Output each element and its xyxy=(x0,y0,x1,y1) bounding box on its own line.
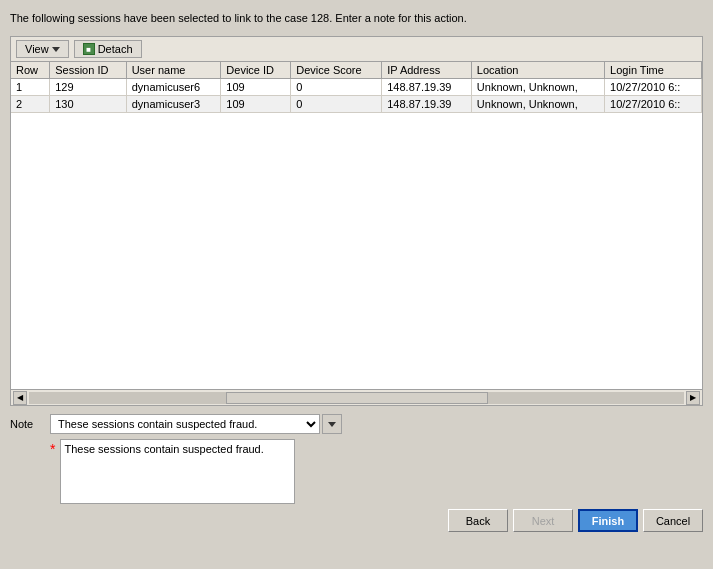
table-cell: 148.87.19.39 xyxy=(382,79,472,96)
finish-button[interactable]: Finish xyxy=(578,509,638,532)
cancel-button[interactable]: Cancel xyxy=(643,509,703,532)
col-user-name: User name xyxy=(126,62,221,79)
table-cell: 148.87.19.39 xyxy=(382,96,472,113)
table-cell: 130 xyxy=(50,96,126,113)
view-button[interactable]: View xyxy=(16,40,69,58)
detach-button[interactable]: ■ Detach xyxy=(74,40,142,58)
view-button-label: View xyxy=(25,43,49,55)
table-cell: 2 xyxy=(11,96,50,113)
scroll-thumb[interactable] xyxy=(226,392,488,404)
horizontal-scrollbar[interactable]: ◀ ▶ xyxy=(11,389,702,405)
note-dropdown[interactable]: These sessions contain suspected fraud. xyxy=(50,414,320,434)
scroll-left-arrow[interactable]: ◀ xyxy=(13,391,27,405)
col-location: Location xyxy=(471,62,604,79)
table-cell: dynamicuser6 xyxy=(126,79,221,96)
col-login-time: Login Time xyxy=(605,62,702,79)
table-cell: 109 xyxy=(221,79,291,96)
detach-icon: ■ xyxy=(83,43,95,55)
table-row[interactable]: 2130dynamicuser31090148.87.19.39Unknown,… xyxy=(11,96,702,113)
table-cell: 109 xyxy=(221,96,291,113)
back-button[interactable]: Back xyxy=(448,509,508,532)
view-chevron-icon xyxy=(52,47,60,52)
note-textarea-row: * xyxy=(50,439,703,504)
next-button[interactable]: Next xyxy=(513,509,573,532)
table-cell: 1 xyxy=(11,79,50,96)
note-row: Note These sessions contain suspected fr… xyxy=(10,414,703,434)
button-row: Back Next Finish Cancel xyxy=(10,509,703,532)
col-device-score: Device Score xyxy=(291,62,382,79)
toolbar: View ■ Detach xyxy=(11,37,702,62)
table-row[interactable]: 1129dynamicuser61090148.87.19.39Unknown,… xyxy=(11,79,702,96)
table-wrapper[interactable]: Row Session ID User name Device ID Devic… xyxy=(11,62,702,389)
required-asterisk: * xyxy=(50,441,55,504)
note-dropdown-arrow[interactable] xyxy=(322,414,342,434)
description-text: The following sessions have been selecte… xyxy=(10,10,703,26)
table-cell: Unknown, Unknown, xyxy=(471,79,604,96)
detach-button-label: Detach xyxy=(98,43,133,55)
table-cell: 129 xyxy=(50,79,126,96)
scroll-track[interactable] xyxy=(29,392,684,404)
table-cell: 10/27/2010 6:: xyxy=(605,79,702,96)
note-chevron-icon xyxy=(328,422,336,427)
sessions-table: Row Session ID User name Device ID Devic… xyxy=(11,62,702,113)
col-row: Row xyxy=(11,62,50,79)
main-container: The following sessions have been selecte… xyxy=(0,0,713,569)
note-dropdown-container: These sessions contain suspected fraud. xyxy=(50,414,342,434)
table-cell: 0 xyxy=(291,79,382,96)
table-cell: dynamicuser3 xyxy=(126,96,221,113)
col-ip-address: IP Address xyxy=(382,62,472,79)
scroll-right-arrow[interactable]: ▶ xyxy=(686,391,700,405)
table-cell: Unknown, Unknown, xyxy=(471,96,604,113)
bottom-section: Note These sessions contain suspected fr… xyxy=(10,414,703,504)
col-device-id: Device ID xyxy=(221,62,291,79)
col-session-id: Session ID xyxy=(50,62,126,79)
table-cell: 0 xyxy=(291,96,382,113)
table-section: View ■ Detach Row Session ID User name D… xyxy=(10,36,703,406)
note-textarea[interactable] xyxy=(60,439,295,504)
table-cell: 10/27/2010 6:: xyxy=(605,96,702,113)
note-label: Note xyxy=(10,418,45,430)
table-header-row: Row Session ID User name Device ID Devic… xyxy=(11,62,702,79)
